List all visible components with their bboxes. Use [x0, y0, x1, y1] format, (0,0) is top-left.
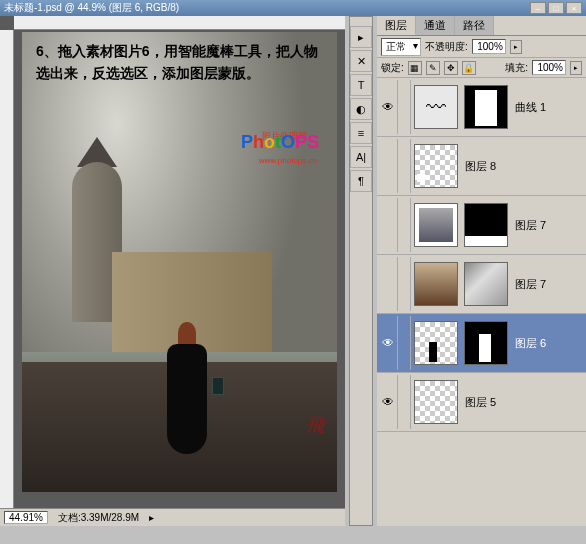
layer-thumb[interactable]	[414, 144, 458, 188]
layer-row[interactable]: 图层 8	[377, 137, 586, 196]
visibility-eye-icon[interactable]: 👁	[382, 100, 394, 114]
opacity-arrow-icon[interactable]: ▸	[510, 40, 522, 54]
tool-4[interactable]: ◐	[350, 98, 372, 120]
maximize-button[interactable]: □	[548, 2, 564, 14]
minimize-button[interactable]: –	[530, 2, 546, 14]
visibility-eye-icon[interactable]: 👁	[382, 336, 394, 350]
layer-row-selected[interactable]: 👁 图层 6	[377, 314, 586, 373]
fill-arrow-icon[interactable]: ▸	[570, 61, 582, 75]
canvas[interactable]: 6、拖入素材图片6，用智能魔棒工具，把人物选出来，反选选区，添加图层蒙版。 照片…	[14, 30, 345, 508]
fill-input[interactable]: 100%	[532, 60, 566, 75]
layer-row[interactable]: 图层 7	[377, 255, 586, 314]
layer-thumb[interactable]	[414, 380, 458, 424]
panel-options-row: 正常 不透明度: 100% ▸	[377, 36, 586, 58]
visibility-eye-icon[interactable]: 👁	[382, 395, 394, 409]
canvas-area: 6、拖入素材图片6，用智能魔棒工具，把人物选出来，反选选区，添加图层蒙版。 照片…	[0, 16, 345, 526]
layer-row[interactable]: 👁 〰 曲线 1	[377, 78, 586, 137]
layer-row[interactable]: 图层 7	[377, 196, 586, 255]
zoom-level[interactable]: 44.91%	[4, 511, 48, 524]
tab-channels[interactable]: 通道	[416, 16, 455, 35]
seal-graphic: 飛	[297, 402, 327, 462]
document: 6、拖入素材图片6，用智能魔棒工具，把人物选出来，反选选区，添加图层蒙版。 照片…	[22, 32, 337, 492]
link-column[interactable]	[397, 257, 411, 311]
curves-adjustment-icon: 〰	[414, 85, 458, 129]
window-controls: – □ ×	[530, 2, 582, 14]
tool-7[interactable]: ¶	[350, 170, 372, 192]
layer-mask-thumb[interactable]	[464, 85, 508, 129]
tab-layers[interactable]: 图层	[377, 16, 416, 35]
statusbar-arrow-icon[interactable]: ▸	[149, 512, 154, 523]
lock-row: 锁定: ▦ ✎ ✥ 🔒 填充: 100% ▸	[377, 58, 586, 78]
tool-3[interactable]: T	[350, 74, 372, 96]
document-titlebar: 未标题-1.psd @ 44.9% (图层 6, RGB/8) – □ ×	[0, 0, 586, 16]
tool-2[interactable]: ✕	[350, 50, 372, 72]
tool-6[interactable]: A|	[350, 146, 372, 168]
logo-url: www.photops.cn	[259, 156, 317, 165]
layer-thumb[interactable]	[414, 203, 458, 247]
opacity-input[interactable]: 100%	[472, 39, 506, 54]
lock-brush-icon[interactable]: ✎	[426, 61, 440, 75]
doc-size: 文档:3.39M/28.9M	[58, 511, 139, 525]
figure-graphic	[162, 322, 212, 462]
layer-name[interactable]: 图层 7	[515, 277, 546, 292]
tool-1[interactable]: ▸	[350, 26, 372, 48]
layers-panel: 图层 通道 路径 正常 不透明度: 100% ▸ 锁定: ▦ ✎ ✥ 🔒 填充:…	[377, 16, 586, 526]
lock-label: 锁定:	[381, 61, 404, 75]
toolstrip: ▸ ✕ T ◐ ≡ A| ¶	[349, 16, 373, 526]
layer-mask-thumb[interactable]	[464, 262, 508, 306]
lock-move-icon[interactable]: ✥	[444, 61, 458, 75]
layer-thumb[interactable]	[414, 262, 458, 306]
castle-graphic	[42, 162, 242, 362]
close-button[interactable]: ×	[566, 2, 582, 14]
layer-mask-thumb[interactable]	[464, 203, 508, 247]
fill-label: 填充:	[505, 61, 528, 75]
lock-all-icon[interactable]: 🔒	[462, 61, 476, 75]
link-column[interactable]	[397, 139, 411, 193]
layer-thumb[interactable]	[414, 321, 458, 365]
link-column[interactable]	[397, 198, 411, 252]
statusbar: 44.91% 文档:3.39M/28.9M ▸	[0, 508, 345, 526]
ruler-vertical	[0, 30, 14, 508]
layer-name[interactable]: 图层 6	[515, 336, 546, 351]
document-title: 未标题-1.psd @ 44.9% (图层 6, RGB/8)	[4, 1, 179, 15]
tab-paths[interactable]: 路径	[455, 16, 494, 35]
layer-row[interactable]: 👁 图层 5	[377, 373, 586, 432]
tool-5[interactable]: ≡	[350, 122, 372, 144]
blend-mode-dropdown[interactable]: 正常	[381, 38, 421, 56]
link-column[interactable]	[397, 375, 411, 429]
instruction-text: 6、拖入素材图片6，用智能魔棒工具，把人物选出来，反选选区，添加图层蒙版。	[36, 40, 323, 85]
layer-name[interactable]: 图层 7	[515, 218, 546, 233]
link-column[interactable]	[397, 80, 411, 134]
lock-transparent-icon[interactable]: ▦	[408, 61, 422, 75]
ruler-horizontal	[14, 16, 345, 30]
logo: PhotOPS	[241, 132, 319, 153]
layer-name[interactable]: 曲线 1	[515, 100, 546, 115]
panel-tabs: 图层 通道 路径	[377, 16, 586, 36]
link-column[interactable]	[397, 316, 411, 370]
layer-mask-thumb[interactable]	[464, 321, 508, 365]
layers-list: 👁 〰 曲线 1 图层 8 图层 7	[377, 78, 586, 526]
layer-name[interactable]: 图层 8	[465, 159, 496, 174]
opacity-label: 不透明度:	[425, 40, 468, 54]
layer-name[interactable]: 图层 5	[465, 395, 496, 410]
